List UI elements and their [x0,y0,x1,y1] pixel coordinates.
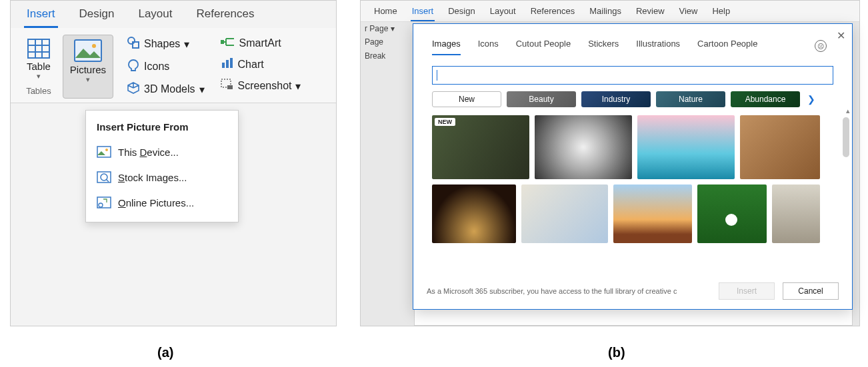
tab-layout[interactable]: Layout [135,5,175,28]
screenshot-label: Screenshot [238,80,292,92]
smartart-button[interactable]: SmartArt [218,35,304,52]
chip-industry[interactable]: Industry [581,91,651,107]
chart-label: Chart [238,59,264,71]
dropdown-item-label: This Device... [118,147,179,158]
scrollbar-thumb[interactable] [843,117,849,157]
dropdown-item-this-device[interactable]: This Device... [86,139,238,165]
svg-point-21 [99,203,103,207]
pictures-dropdown: Insert Picture From This Device... Stock… [85,110,239,222]
shapes-icon [127,36,140,52]
tab-references[interactable]: References [194,5,257,28]
svg-line-19 [106,179,109,182]
shapes-column: Shapes ▾ Icons 3D Models ▾ [119,35,207,99]
dropdown-item-label: Online Pictures... [118,197,194,208]
chip-abundance[interactable]: Abundance [731,91,800,107]
online-pictures-icon [97,196,111,208]
dropdown-item-online-pictures[interactable]: Online Pictures... [86,190,238,215]
image-thumbnail[interactable] [613,184,692,243]
chevron-down-icon: ▾ [184,38,189,51]
chip-beauty[interactable]: Beauty [507,91,576,107]
svg-rect-9 [221,40,224,44]
tab-insert-b[interactable]: Insert [411,3,435,21]
table-label: Table [27,61,51,72]
sidebar-item[interactable]: r Page ▾ [365,22,403,35]
tab-view[interactable]: View [678,3,699,21]
svg-point-6 [92,44,96,48]
image-thumbnail[interactable] [697,184,767,243]
image-thumbnail[interactable] [535,115,632,179]
scroll-up-icon[interactable]: ▴ [846,107,850,115]
thumb-row [432,184,833,243]
caption-a: (a) [157,345,173,360]
table-button[interactable]: Table ▾ [20,35,57,85]
screenshot-button[interactable]: Screenshot ▾ [218,77,304,95]
chevron-down-icon: ▾ [199,83,205,96]
sidebar-item[interactable]: Page [365,35,403,49]
chip-nature[interactable]: Nature [656,91,725,107]
dialog-tab-images[interactable]: Images [432,39,461,55]
cancel-button[interactable]: Cancel [783,282,839,300]
text-cursor [437,70,437,81]
image-thumbnail[interactable] [740,115,820,179]
3d-models-button[interactable]: 3D Models ▾ [124,80,207,99]
tables-group: Table ▾ Tables [20,35,57,99]
svg-rect-15 [97,147,111,157]
dialog-tab-cutout-people[interactable]: Cutout People [516,39,571,55]
insert-button[interactable]: Insert [719,282,775,300]
tables-group-label: Tables [26,86,51,96]
3d-models-label: 3D Models [144,83,195,95]
pages-mini-panel: r Page ▾ Page Break [361,18,407,67]
ribbon-tabs-b: Home Insert Design Layout References Mai… [361,1,859,22]
picture-icon [74,39,102,64]
dialog-tab-stickers[interactable]: Stickers [588,39,619,55]
image-thumbnail[interactable] [432,184,516,243]
image-thumbnail[interactable] [637,115,735,179]
shapes-label: Shapes [144,38,180,50]
tab-references-b[interactable]: References [529,3,576,21]
image-thumbnail[interactable]: NEW [432,115,529,179]
icons-button[interactable]: Icons [124,57,207,76]
image-thumbnail[interactable] [521,184,608,243]
feedback-face-icon[interactable]: ☹ [815,40,827,52]
svg-rect-0 [28,39,49,58]
close-button[interactable]: ✕ [837,29,845,42]
panel-a-ribbon: Insert Design Layout References Table ▾ … [10,0,337,326]
dialog-footer: As a Microsoft 365 subscriber, you have … [413,274,852,309]
dialog-tab-icons[interactable]: Icons [478,39,499,55]
cube-icon [127,81,140,97]
search-input[interactable] [432,66,833,85]
stock-images-icon [97,171,111,183]
caption-b: (b) [608,345,625,360]
footer-message: As a Microsoft 365 subscriber, you have … [427,287,711,295]
sidebar-item[interactable]: Break [365,49,403,63]
tab-design-b[interactable]: Design [447,3,476,21]
tab-insert[interactable]: Insert [24,5,58,28]
svg-rect-14 [227,85,233,89]
svg-rect-12 [230,58,233,68]
dialog-tab-cartoon-people[interactable]: Cartoon People [697,39,757,55]
dialog-tabs: Images Icons Cutout People Stickers Illu… [413,24,852,55]
pictures-button[interactable]: Pictures ▾ [63,35,113,99]
chart-button[interactable]: Chart [218,56,304,73]
tab-design[interactable]: Design [77,5,117,28]
smartart-column: SmartArt Chart Screenshot ▾ [213,35,304,99]
shapes-button[interactable]: Shapes ▾ [124,35,207,53]
tab-review[interactable]: Review [635,3,666,21]
svg-point-16 [105,149,108,151]
image-thumbnail[interactable] [772,184,820,243]
screenshot-icon [221,79,234,93]
dialog-tab-illustrations[interactable]: Illustrations [636,39,680,55]
chevron-down-icon: ▾ [295,80,301,93]
dropdown-item-stock-images[interactable]: Stock Images... [86,165,238,190]
smartart-icon [221,36,235,51]
tab-help[interactable]: Help [711,3,731,21]
svg-rect-11 [226,60,229,68]
device-picture-icon [97,146,111,158]
tab-mailings[interactable]: Mailings [588,3,623,21]
chips-next-button[interactable]: ❯ [805,91,817,107]
dropdown-title: Insert Picture From [86,117,238,139]
chip-new[interactable]: New [432,91,501,107]
dropdown-item-label: Stock Images... [118,172,187,183]
icons-icon [127,59,140,75]
tab-layout-b[interactable]: Layout [489,3,517,21]
